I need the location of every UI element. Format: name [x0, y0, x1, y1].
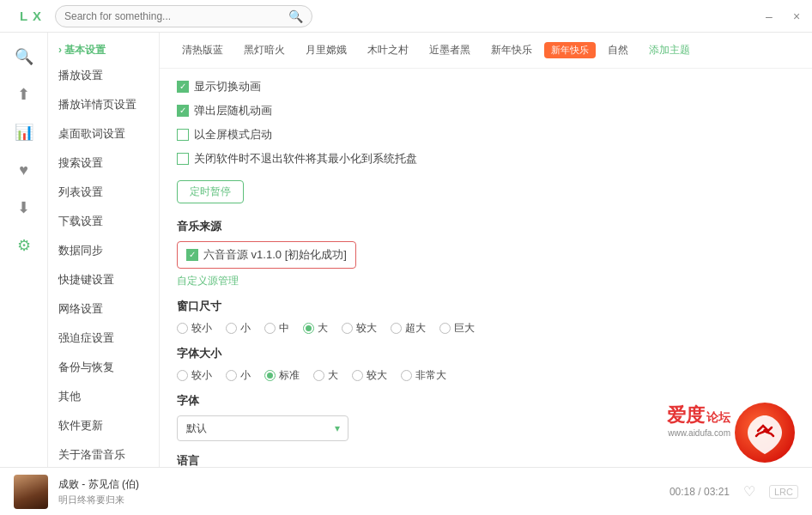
font-select-wrapper: 默认 微软雅黑 宋体 黑体 ▾	[177, 415, 348, 441]
album-art-image	[14, 475, 48, 509]
nav-item-detail[interactable]: 播放详情页设置	[48, 90, 159, 119]
player-info: 成败 - 苏见信 (伯) 明日终将要归来	[58, 477, 139, 506]
nav-item-network[interactable]: 网络设置	[48, 294, 159, 324]
window-size-option-0[interactable]: 较小	[177, 321, 212, 336]
nav-item-list[interactable]: 列表设置	[48, 178, 159, 207]
checkbox-animation[interactable]	[177, 81, 189, 93]
checkbox-row-1: 弹出层随机动画	[177, 103, 795, 118]
theme-tab-4[interactable]: 近墨者黑	[421, 39, 479, 61]
checkbox-fullscreen[interactable]	[177, 129, 189, 141]
font-size-option-0[interactable]: 较小	[177, 368, 212, 383]
font-title: 字体	[177, 393, 795, 409]
radio-font-small2[interactable]	[226, 370, 237, 381]
nav-section-basic[interactable]: › 基本设置	[48, 39, 159, 61]
minimize-button[interactable]: –	[760, 8, 778, 25]
radio-win-medium[interactable]	[264, 323, 276, 334]
album-art	[14, 475, 48, 509]
custom-source-link[interactable]: 自定义源管理	[177, 275, 239, 287]
window-size-option-3[interactable]: 大	[303, 321, 328, 336]
font-select[interactable]: 默认 微软雅黑 宋体 黑体	[177, 415, 348, 441]
label-minimize-tray: 关闭软件时不退出软件将其最小化到系统托盘	[194, 151, 417, 167]
radio-win-small2[interactable]	[226, 323, 237, 334]
font-size-option-5[interactable]: 非常大	[401, 368, 446, 383]
font-size-options: 较小 小 标准 大 较大	[177, 368, 795, 383]
checkbox-popup-animation[interactable]	[177, 105, 189, 117]
sidebar-icon-settings[interactable]: ⚙	[7, 228, 41, 263]
logo: L X	[7, 9, 55, 23]
nav-item-other[interactable]: 其他	[48, 382, 159, 411]
sidebar-icon-heart[interactable]: ♥	[7, 153, 41, 187]
theme-tab-3[interactable]: 木叶之村	[359, 39, 417, 61]
player-song-subtitle: 明日终将要归来	[58, 494, 139, 506]
window-size-title: 窗口尺寸	[177, 299, 795, 314]
titlebar: L X 🔍 – ×	[0, 0, 812, 33]
font-size-option-1[interactable]: 小	[226, 368, 251, 383]
player-controls: 00:18 / 03:21 ♡ LRC	[149, 483, 798, 500]
close-button[interactable]: ×	[788, 8, 805, 25]
theme-tab-2[interactable]: 月里嫦娥	[297, 39, 355, 61]
sidebar-icon-search[interactable]: 🔍	[7, 39, 41, 74]
nav-item-shortcuts[interactable]: 快捷键设置	[48, 265, 159, 294]
search-input[interactable]	[64, 10, 288, 22]
nav-item-search[interactable]: 搜索设置	[48, 148, 159, 178]
main-layout: 🔍 ⬆ 📊 ♥ ⬇ ⚙ › 基本设置 播放设置 播放详情页设置 桌面歌词设置 搜…	[0, 33, 812, 467]
checkbox-minimize-tray[interactable]	[177, 153, 189, 165]
nav-item-sync[interactable]: 数据同步	[48, 236, 159, 265]
checkbox-row-2: 以全屏模式启动	[177, 127, 795, 142]
music-source-label: 六音音源 v1.1.0 [初始化成功]	[203, 247, 347, 263]
theme-tab-5[interactable]: 新年快乐	[482, 39, 541, 61]
sidebar-icon-upload[interactable]: ⬆	[7, 77, 41, 112]
radio-font-small1[interactable]	[177, 370, 188, 381]
player-time: 00:18 / 03:21	[670, 486, 730, 498]
heart-player-icon[interactable]: ♡	[743, 483, 755, 500]
font-size-option-3[interactable]: 大	[313, 368, 338, 383]
window-size-option-6[interactable]: 巨大	[439, 321, 475, 336]
window-size-option-1[interactable]: 小	[226, 321, 251, 336]
window-size-option-2[interactable]: 中	[264, 321, 289, 336]
window-controls: – ×	[760, 0, 805, 33]
nav-item-download[interactable]: 下载设置	[48, 207, 159, 236]
radio-win-small1[interactable]	[177, 323, 188, 334]
theme-tab-nature[interactable]: 自然	[599, 39, 637, 61]
sidebar-icon-download[interactable]: ⬇	[7, 191, 41, 225]
lrc-button[interactable]: LRC	[769, 485, 798, 499]
settings-panel: 显示切换动画 弹出层随机动画 以全屏模式启动 关闭软件时不退出软件将其最小化到系…	[160, 69, 812, 467]
font-size-title: 字体大小	[177, 346, 795, 361]
language-title: 语言	[177, 453, 795, 467]
theme-tab-0[interactable]: 清热版蓝	[173, 39, 232, 61]
radio-font-xlarge[interactable]	[401, 370, 412, 381]
sidebar-icons: 🔍 ⬆ 📊 ♥ ⬇ ⚙	[0, 33, 48, 467]
scheduled-pause-button[interactable]: 定时暂停	[177, 180, 244, 203]
radio-win-larger[interactable]	[342, 323, 353, 334]
theme-tabs: 清热版蓝 黑灯暗火 月里嫦娥 木叶之村 近墨者黑 新年快乐 新年快乐 自然 添加…	[160, 33, 812, 69]
nav-item-update[interactable]: 软件更新	[48, 411, 159, 440]
checkbox-row-0: 显示切换动画	[177, 79, 795, 94]
nav-item-ocd[interactable]: 强迫症设置	[48, 324, 159, 353]
radio-win-xlarge[interactable]	[391, 323, 402, 334]
nav-item-about[interactable]: 关于洛雷音乐	[48, 440, 159, 467]
radio-win-large[interactable]	[303, 323, 314, 334]
font-size-option-4[interactable]: 较大	[352, 368, 387, 383]
label-animation: 显示切换动画	[194, 79, 261, 94]
radio-font-large[interactable]	[313, 370, 324, 381]
sidebar-icon-chart[interactable]: 📊	[7, 115, 41, 149]
player-bar: 成败 - 苏见信 (伯) 明日终将要归来 00:18 / 03:21 ♡ LRC	[0, 467, 812, 515]
radio-font-larger[interactable]	[352, 370, 363, 381]
radio-font-normal[interactable]	[264, 370, 276, 381]
music-source-title: 音乐来源	[177, 219, 795, 234]
nav-item-backup[interactable]: 备份与恢复	[48, 353, 159, 382]
checkbox-music-source[interactable]	[186, 249, 198, 261]
search-icon: 🔍	[288, 9, 303, 23]
nav-item-playback[interactable]: 播放设置	[48, 61, 159, 90]
player-song-title: 成败 - 苏见信 (伯)	[58, 477, 139, 492]
search-bar[interactable]: 🔍	[55, 5, 312, 27]
nav-item-desktop-lyrics[interactable]: 桌面歌词设置	[48, 119, 159, 148]
window-size-option-4[interactable]: 较大	[342, 321, 377, 336]
add-theme-button[interactable]: 添加主题	[640, 39, 699, 61]
window-size-option-5[interactable]: 超大	[391, 321, 426, 336]
radio-win-xxlarge[interactable]	[439, 323, 451, 334]
theme-tab-1[interactable]: 黑灯暗火	[235, 39, 294, 61]
font-size-option-2[interactable]: 标准	[264, 368, 300, 383]
window-size-options: 较小 小 中 大 较大	[177, 321, 795, 336]
sidebar-nav: › 基本设置 播放设置 播放详情页设置 桌面歌词设置 搜索设置 列表设置 下载设…	[48, 33, 160, 467]
